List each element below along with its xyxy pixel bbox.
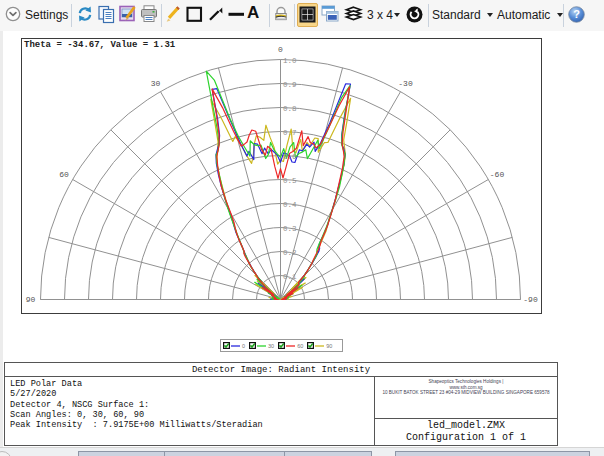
svg-text:30: 30 — [151, 79, 161, 88]
svg-text:60: 60 — [59, 170, 69, 179]
svg-text:-60: -60 — [490, 170, 505, 179]
svg-text:?: ? — [573, 8, 580, 20]
svg-text:0.7: 0.7 — [283, 129, 297, 137]
svg-text:90: 90 — [26, 295, 36, 304]
svg-text:0.4: 0.4 — [283, 201, 297, 209]
svg-text:0.2: 0.2 — [283, 249, 297, 257]
svg-text:0.8: 0.8 — [283, 105, 297, 113]
svg-text:0.6: 0.6 — [283, 153, 297, 161]
svg-text:0.5: 0.5 — [283, 177, 297, 185]
svg-text:-30: -30 — [398, 79, 413, 88]
svg-text:1.0: 1.0 — [283, 57, 297, 65]
svg-text:0.1: 0.1 — [283, 273, 297, 281]
svg-text:0.3: 0.3 — [283, 225, 297, 233]
svg-text:0.9: 0.9 — [283, 81, 297, 89]
svg-text:-90: -90 — [523, 295, 538, 304]
svg-text:0: 0 — [278, 45, 283, 54]
